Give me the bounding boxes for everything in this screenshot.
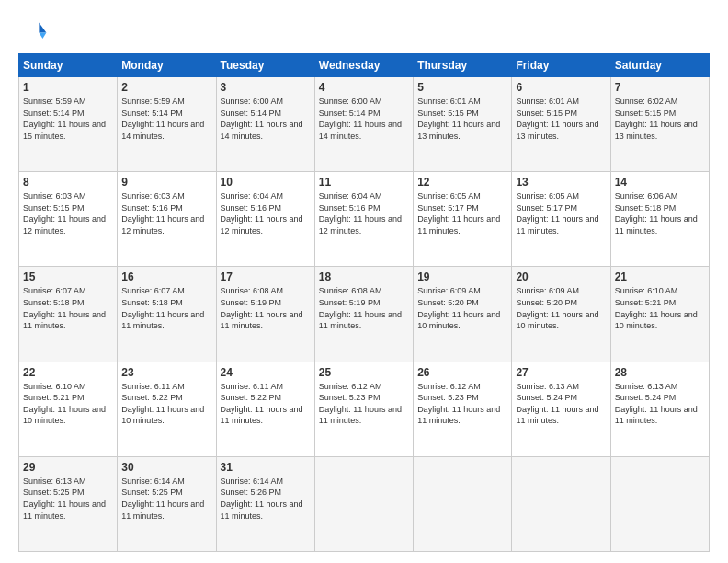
day-number: 20 (516, 270, 606, 283)
calendar-cell: 7Sunrise: 6:02 AMSunset: 5:15 PMDaylight… (610, 77, 709, 172)
calendar-cell: 14Sunrise: 6:06 AMSunset: 5:18 PMDayligh… (610, 172, 709, 267)
weekday-header: Tuesday (216, 54, 314, 77)
day-info: Sunrise: 6:14 AMSunset: 5:25 PMDaylight:… (121, 477, 204, 521)
day-number: 11 (319, 176, 409, 189)
day-number: 2 (121, 81, 211, 94)
day-number: 25 (319, 366, 409, 379)
day-number: 7 (615, 81, 705, 94)
calendar-cell: 3Sunrise: 6:00 AMSunset: 5:14 PMDaylight… (216, 77, 314, 172)
calendar-cell: 26Sunrise: 6:12 AMSunset: 5:23 PMDayligh… (414, 362, 512, 456)
calendar-cell: 20Sunrise: 6:09 AMSunset: 5:20 PMDayligh… (512, 267, 610, 362)
day-number: 22 (23, 366, 113, 379)
calendar-cell: 19Sunrise: 6:09 AMSunset: 5:20 PMDayligh… (414, 267, 512, 362)
day-number: 13 (516, 176, 606, 189)
weekday-header: Thursday (414, 54, 512, 77)
day-info: Sunrise: 6:13 AMSunset: 5:25 PMDaylight:… (23, 477, 106, 521)
calendar-cell: 2Sunrise: 5:59 AMSunset: 5:14 PMDaylight… (118, 77, 216, 172)
calendar-cell: 1Sunrise: 5:59 AMSunset: 5:14 PMDaylight… (19, 77, 118, 172)
weekday-header: Friday (512, 54, 610, 77)
day-number: 6 (516, 81, 606, 94)
calendar-week-row: 22Sunrise: 6:10 AMSunset: 5:21 PMDayligh… (19, 362, 710, 456)
day-info: Sunrise: 6:09 AMSunset: 5:20 PMDaylight:… (417, 286, 500, 330)
day-info: Sunrise: 6:04 AMSunset: 5:16 PMDaylight:… (319, 191, 402, 236)
calendar-cell: 11Sunrise: 6:04 AMSunset: 5:16 PMDayligh… (314, 172, 413, 267)
day-number: 9 (121, 176, 211, 189)
day-info: Sunrise: 6:13 AMSunset: 5:24 PMDaylight:… (615, 382, 698, 426)
calendar-cell: 15Sunrise: 6:07 AMSunset: 5:18 PMDayligh… (19, 267, 118, 362)
day-info: Sunrise: 6:03 AMSunset: 5:15 PMDaylight:… (23, 191, 106, 236)
day-number: 12 (417, 176, 507, 189)
day-number: 10 (221, 176, 311, 189)
calendar-cell: 8Sunrise: 6:03 AMSunset: 5:15 PMDaylight… (19, 172, 118, 267)
calendar-week-row: 8Sunrise: 6:03 AMSunset: 5:15 PMDaylight… (19, 172, 710, 267)
day-number: 24 (221, 366, 311, 379)
calendar-cell: 25Sunrise: 6:12 AMSunset: 5:23 PMDayligh… (314, 362, 413, 456)
day-info: Sunrise: 6:02 AMSunset: 5:15 PMDaylight:… (615, 97, 698, 141)
day-info: Sunrise: 6:04 AMSunset: 5:16 PMDaylight:… (221, 191, 303, 236)
day-info: Sunrise: 6:03 AMSunset: 5:16 PMDaylight:… (121, 191, 204, 236)
calendar-cell: 18Sunrise: 6:08 AMSunset: 5:19 PMDayligh… (314, 267, 413, 362)
calendar-week-row: 1Sunrise: 5:59 AMSunset: 5:14 PMDaylight… (19, 77, 710, 172)
weekday-header: Saturday (610, 54, 709, 77)
calendar-cell: 27Sunrise: 6:13 AMSunset: 5:24 PMDayligh… (512, 362, 610, 456)
svg-marker-1 (39, 33, 46, 39)
day-number: 15 (23, 270, 113, 283)
weekday-header: Monday (118, 54, 216, 77)
svg-marker-0 (39, 22, 46, 32)
day-info: Sunrise: 6:07 AMSunset: 5:18 PMDaylight:… (23, 286, 106, 330)
day-number: 5 (417, 81, 507, 94)
day-info: Sunrise: 6:08 AMSunset: 5:19 PMDaylight:… (319, 286, 402, 330)
calendar-cell: 17Sunrise: 6:08 AMSunset: 5:19 PMDayligh… (216, 267, 314, 362)
day-number: 30 (121, 461, 211, 474)
calendar-cell: 13Sunrise: 6:05 AMSunset: 5:17 PMDayligh… (512, 172, 610, 267)
day-info: Sunrise: 6:10 AMSunset: 5:21 PMDaylight:… (615, 286, 698, 330)
logo (18, 17, 51, 46)
day-info: Sunrise: 6:05 AMSunset: 5:17 PMDaylight:… (516, 191, 598, 236)
day-info: Sunrise: 6:14 AMSunset: 5:26 PMDaylight:… (221, 477, 303, 521)
day-number: 27 (516, 366, 606, 379)
day-info: Sunrise: 6:01 AMSunset: 5:15 PMDaylight:… (516, 97, 598, 141)
calendar-cell: 4Sunrise: 6:00 AMSunset: 5:14 PMDaylight… (314, 77, 413, 172)
day-number: 17 (221, 270, 311, 283)
logo-icon (18, 17, 48, 46)
calendar-cell: 10Sunrise: 6:04 AMSunset: 5:16 PMDayligh… (216, 172, 314, 267)
calendar-cell (314, 456, 413, 551)
calendar-week-row: 29Sunrise: 6:13 AMSunset: 5:25 PMDayligh… (19, 456, 710, 551)
calendar-cell: 9Sunrise: 6:03 AMSunset: 5:16 PMDaylight… (118, 172, 216, 267)
day-info: Sunrise: 5:59 AMSunset: 5:14 PMDaylight:… (121, 97, 204, 141)
day-info: Sunrise: 6:13 AMSunset: 5:24 PMDaylight:… (516, 382, 598, 426)
weekday-header: Wednesday (314, 54, 413, 77)
calendar-cell: 21Sunrise: 6:10 AMSunset: 5:21 PMDayligh… (610, 267, 709, 362)
calendar-cell: 16Sunrise: 6:07 AMSunset: 5:18 PMDayligh… (118, 267, 216, 362)
calendar-cell: 12Sunrise: 6:05 AMSunset: 5:17 PMDayligh… (414, 172, 512, 267)
calendar: SundayMondayTuesdayWednesdayThursdayFrid… (18, 53, 710, 552)
header (18, 17, 710, 46)
day-number: 28 (615, 366, 705, 379)
calendar-cell (512, 456, 610, 551)
day-info: Sunrise: 6:01 AMSunset: 5:15 PMDaylight:… (417, 97, 500, 141)
day-number: 16 (121, 270, 211, 283)
day-number: 8 (23, 176, 113, 189)
day-number: 14 (615, 176, 705, 189)
page: SundayMondayTuesdayWednesdayThursdayFrid… (0, 0, 728, 563)
weekday-header-row: SundayMondayTuesdayWednesdayThursdayFrid… (19, 54, 710, 77)
day-number: 26 (417, 366, 507, 379)
day-number: 4 (319, 81, 409, 94)
day-number: 23 (121, 366, 211, 379)
day-info: Sunrise: 6:11 AMSunset: 5:22 PMDaylight:… (121, 382, 204, 426)
calendar-cell: 28Sunrise: 6:13 AMSunset: 5:24 PMDayligh… (610, 362, 709, 456)
day-number: 31 (221, 461, 311, 474)
calendar-cell: 6Sunrise: 6:01 AMSunset: 5:15 PMDaylight… (512, 77, 610, 172)
day-info: Sunrise: 6:10 AMSunset: 5:21 PMDaylight:… (23, 382, 106, 426)
calendar-cell (610, 456, 709, 551)
weekday-header: Sunday (19, 54, 118, 77)
day-info: Sunrise: 6:06 AMSunset: 5:18 PMDaylight:… (615, 191, 698, 236)
calendar-cell (414, 456, 512, 551)
day-info: Sunrise: 5:59 AMSunset: 5:14 PMDaylight:… (23, 97, 106, 141)
day-number: 1 (23, 81, 113, 94)
day-info: Sunrise: 6:07 AMSunset: 5:18 PMDaylight:… (121, 286, 204, 330)
calendar-cell: 31Sunrise: 6:14 AMSunset: 5:26 PMDayligh… (216, 456, 314, 551)
calendar-cell: 30Sunrise: 6:14 AMSunset: 5:25 PMDayligh… (118, 456, 216, 551)
calendar-cell: 23Sunrise: 6:11 AMSunset: 5:22 PMDayligh… (118, 362, 216, 456)
day-info: Sunrise: 6:00 AMSunset: 5:14 PMDaylight:… (319, 97, 402, 141)
